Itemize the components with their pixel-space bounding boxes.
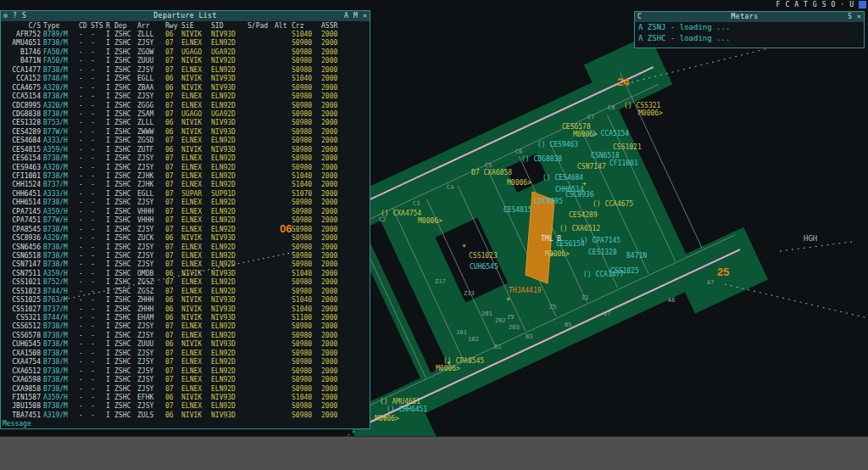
cell-exit-fix[interactable]: ELNEX [181,243,211,252]
cell-squawk[interactable]: 2000 [321,322,345,331]
cell-cruise-level[interactable]: S0980 [292,252,321,260]
aircraft-datablock[interactable]: M0006> [375,416,399,422]
flight-row[interactable]: AFR752 B789/M - - I ZSHC ZLLL 06 NIVIK N… [1,31,370,39]
cell-arrival-airport[interactable]: ZGSZ [137,288,165,296]
cell-callsign[interactable]: CHH6514 [3,199,43,207]
cell-altitude[interactable] [275,322,292,331]
cell-squawk[interactable]: 2000 [321,288,345,296]
cell-flight-rule[interactable]: I [106,226,114,234]
cell-flight-rule[interactable]: I [106,39,114,48]
cell-squawk[interactable]: 2000 [321,128,345,137]
column-header-squawk[interactable]: ASSR [321,21,345,31]
cell-squawk[interactable]: 2000 [321,234,345,243]
cell-scratchpad[interactable] [248,92,275,101]
flight-row[interactable]: CSN7511 A359/H - - I ZSHC OMDB 06 NIVIK … [1,270,370,278]
cell-sid[interactable]: NIV93D [211,84,248,92]
cell-cruise-level[interactable]: S0980 [292,208,321,216]
cell-runway[interactable]: 07 [165,367,181,376]
cell-flight-rule[interactable]: I [106,332,114,340]
cell-callsign[interactable]: CSS6512 [3,322,43,331]
cell-departure-airport[interactable]: ZSHC [114,296,137,305]
cell-runway[interactable]: 07 [165,181,181,189]
cell-cd[interactable]: - [79,84,91,92]
flight-row[interactable]: CHH6451 A333/H - - I ZSHC EGLL 07 SUPAR … [1,190,370,199]
cell-squawk[interactable]: 2000 [321,66,345,75]
cell-cd[interactable]: - [79,92,91,101]
cell-arrival-airport[interactable]: ZHHH [137,305,165,314]
cell-runway[interactable]: 07 [165,278,181,287]
cell-departure-airport[interactable]: ZSHC [114,332,137,340]
cell-flight-rule[interactable]: I [106,199,114,207]
column-header-scratchpad[interactable]: S/Pad [248,21,275,31]
cell-flight-rule[interactable]: I [106,128,114,137]
cell-cd[interactable]: - [79,278,91,287]
cell-scratchpad[interactable] [248,39,275,48]
flight-row[interactable]: CPA8545 B738/M - - I ZSHC ZJSY 07 ELNEX … [1,226,370,234]
cell-exit-fix[interactable]: ELNEX [181,332,211,340]
cell-sid[interactable]: NIV93D [211,411,248,419]
cell-altitude[interactable] [275,252,292,260]
cell-cd[interactable]: - [79,119,91,127]
cell-aircraft-type[interactable]: A320/M [43,234,79,243]
cell-sts[interactable]: - [91,367,106,376]
cell-cruise-level[interactable]: S0980 [292,146,321,154]
cell-sid[interactable]: ELN92D [211,216,248,225]
close-icon[interactable]: ✕ [854,12,864,22]
cell-departure-airport[interactable]: ZSHC [114,402,137,411]
cell-cd[interactable]: - [79,208,91,216]
toolbar-button[interactable]: S [822,1,826,8]
cell-aircraft-type[interactable]: B738/M [43,110,79,119]
cell-arrival-airport[interactable]: EFHK [137,394,165,402]
cell-cruise-level[interactable]: S0980 [292,154,321,163]
aircraft-datablock[interactable]: M0006> [436,366,460,372]
cell-altitude[interactable] [275,75,292,83]
flight-row[interactable]: AMU4651 B738/M - - I ZSHC ZJSY 07 ELNEX … [1,39,370,48]
cell-arrival-airport[interactable]: ZJSY [137,92,165,101]
cell-runway[interactable]: 07 [165,350,181,358]
cell-cruise-level[interactable]: S1070 [292,190,321,199]
cell-arrival-airport[interactable]: ZJSY [137,39,165,48]
cell-scratchpad[interactable] [248,84,275,92]
cell-sid[interactable]: ELN92D [211,66,248,75]
cell-departure-airport[interactable]: ZSHC [114,260,137,269]
flight-row[interactable]: CCA4675 A320/M - - I ZSHC ZBAA 06 NIVIK … [1,84,370,92]
cell-squawk[interactable]: 2000 [321,385,345,394]
cell-squawk[interactable]: 2000 [321,31,345,39]
cell-departure-airport[interactable]: ZSHC [114,226,137,234]
cell-arrival-airport[interactable]: ZUCK [137,234,165,243]
cell-exit-fix[interactable]: NIVIK [181,394,211,402]
cell-arrival-airport[interactable]: ZGSD [137,137,165,145]
flight-row[interactable]: CXA1508 B738/M - - I ZSHC ZJSY 07 ELNEX … [1,350,370,358]
cell-cruise-level[interactable]: S0980 [292,411,321,419]
cell-cruise-level[interactable]: S0980 [292,234,321,243]
cell-flight-rule[interactable]: I [106,154,114,163]
cell-departure-airport[interactable]: ZSHC [114,199,137,207]
cell-sid[interactable]: ELN92D [211,322,248,331]
aircraft-datablock[interactable]: + [462,243,466,249]
cell-runway[interactable]: 07 [165,288,181,296]
cell-runway[interactable]: 07 [165,137,181,145]
flight-row[interactable]: CHH1524 B737/M - - I ZSHC ZJHK 07 ELNEX … [1,181,370,189]
cell-sts[interactable]: - [91,296,106,305]
aircraft-datablock[interactable]: () CXA4754 [381,210,421,217]
cell-departure-airport[interactable]: ZSHC [114,119,137,127]
cell-callsign[interactable]: CSS1027 [3,305,43,314]
setup-icon[interactable]: S [19,11,29,21]
cell-aircraft-type[interactable]: FA50/M [43,57,79,65]
cell-aircraft-type[interactable]: B738/M [43,154,79,163]
cell-cd[interactable]: - [79,48,91,57]
cell-callsign[interactable]: AFR752 [3,31,43,39]
cell-departure-airport[interactable]: ZSHC [114,278,137,287]
cell-runway[interactable]: 06 [165,146,181,154]
cell-scratchpad[interactable] [248,216,275,225]
cell-altitude[interactable] [275,146,292,154]
cell-aircraft-type[interactable]: B752/M [43,278,79,287]
cell-squawk[interactable]: 2000 [321,92,345,101]
cell-exit-fix[interactable]: ELNEX [181,181,211,189]
cell-arrival-airport[interactable]: ZSAM [137,110,165,119]
cell-exit-fix[interactable]: ELNEX [181,216,211,225]
cell-sid[interactable]: UGA92D [211,48,248,57]
aircraft-datablock[interactable]: THJA4419 [509,288,542,294]
cell-altitude[interactable] [275,385,292,394]
cell-squawk[interactable]: 2000 [321,278,345,287]
